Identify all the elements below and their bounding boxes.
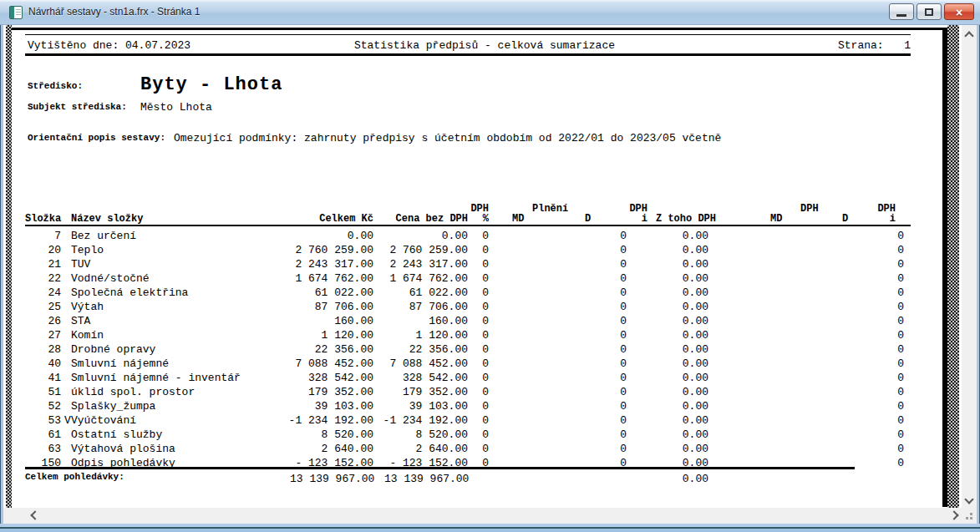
cell-d2 [759, 357, 842, 371]
stredisko-value: Byty - Lhota [140, 74, 282, 96]
cell-d1 [543, 328, 593, 342]
cell-d2 [759, 286, 842, 300]
cell-md2 [708, 286, 759, 300]
cell-celkem: 7 088 452.00 [280, 357, 373, 371]
cell-md1 [489, 314, 543, 328]
cell-i1: 0 [593, 243, 627, 257]
cell-cena: 0.00 [373, 229, 468, 243]
cell-i2: 0 [842, 286, 904, 300]
cell-d2 [759, 385, 842, 399]
minimize-button[interactable] [889, 3, 914, 20]
cell-code: 41 [25, 371, 61, 385]
cell-d1 [543, 229, 593, 243]
cell-code: 63 [25, 442, 61, 456]
page-number: 1 [886, 38, 911, 53]
cell-md2 [708, 271, 759, 286]
col-head-nazev: Název složky [71, 214, 143, 224]
page-margin-shade-right [947, 25, 959, 508]
cell-i1: 0 [593, 371, 627, 385]
cell-md2 [708, 328, 759, 342]
table-body: 7Bez určení0.000.00000.00020Teplo2 760 2… [25, 229, 904, 470]
col-head-d1: D [585, 214, 591, 224]
resize-grip[interactable] [962, 508, 977, 524]
cell-d2 [759, 328, 842, 342]
cell-flag [61, 271, 71, 286]
col-head-pct: % [464, 214, 489, 224]
cell-celkem: 61 022.00 [280, 286, 373, 300]
cell-md1 [489, 229, 543, 243]
col-head-celkem: Celkem Kč [290, 214, 373, 224]
subjekt-label: Subjekt střediska: [28, 102, 127, 113]
col-head-dph-mid-top: DPH [800, 204, 819, 214]
horizontal-scrollbar[interactable] [3, 508, 962, 524]
cell-md2 [708, 243, 759, 257]
vertical-scrollbar[interactable] [962, 25, 977, 508]
cell-name: Drobné opravy [71, 342, 280, 357]
cell-ztoho: 0.00 [627, 428, 708, 442]
table-row: 24Společná elektřina61 022.0061 022.0000… [25, 286, 904, 300]
cell-d2 [759, 428, 842, 442]
cell-ztoho: 0.00 [627, 442, 708, 456]
col-head-md1: MD [512, 214, 524, 224]
cell-md2 [708, 428, 759, 442]
restore-button[interactable] [917, 3, 942, 20]
rule-top [25, 34, 911, 35]
cell-i2: 0 [842, 357, 904, 371]
table-row: 22Vodné/stočné1 674 762.001 674 762.0000… [25, 271, 904, 286]
table-row: 26STA160.00160.00000.000 [25, 314, 904, 328]
cell-i2: 0 [842, 314, 904, 328]
cell-celkem: 160.00 [280, 314, 373, 328]
cell-celkem: 22 356.00 [280, 342, 373, 357]
cell-code: 61 [25, 428, 61, 442]
cell-name: Vodné/stočné [71, 271, 280, 286]
cell-cena: -1 234 192.00 [373, 413, 468, 428]
total-ztoho: 0.00 [625, 472, 708, 486]
cell-d1 [543, 428, 593, 442]
col-head-ztoho: Z toho DPH [656, 214, 716, 224]
cell-code: 52 [25, 399, 61, 413]
cell-pct: 0 [468, 271, 489, 286]
cell-d1 [543, 442, 593, 456]
cell-ztoho: 0.00 [627, 243, 708, 257]
cell-celkem: 2 243 317.00 [280, 257, 373, 271]
cell-d2 [759, 229, 842, 243]
cell-ztoho: 0.00 [627, 385, 708, 399]
cell-i2: 0 [842, 243, 904, 257]
close-icon: × [945, 5, 973, 20]
cell-ztoho: 0.00 [627, 229, 708, 243]
cell-flag [61, 300, 71, 314]
minimize-icon [896, 14, 906, 17]
stredisko-label: Středisko: [28, 81, 83, 92]
cell-md1 [489, 413, 543, 428]
cell-d1 [543, 286, 593, 300]
cell-md1 [489, 342, 543, 357]
cell-d2 [759, 314, 842, 328]
close-button[interactable]: × [944, 3, 974, 20]
cell-cena: 22 356.00 [373, 342, 468, 357]
cell-i2: 0 [842, 257, 904, 271]
cell-md2 [708, 314, 759, 328]
cell-d2 [759, 371, 842, 385]
cell-code: 7 [25, 229, 61, 243]
total-celkem: 13 139 967.00 [290, 472, 373, 486]
cell-flag [61, 328, 71, 342]
cell-i2: 0 [842, 442, 904, 456]
cell-i1: 0 [593, 357, 627, 371]
page-top-edge [12, 28, 942, 30]
title-bar[interactable]: Návrhář sestavy - stn1a.frx - Stránka 1 … [0, 0, 980, 25]
col-head-slozka: Složka [25, 214, 61, 224]
cell-pct: 0 [468, 399, 489, 413]
cell-pct: 0 [468, 314, 489, 328]
cell-i1: 0 [593, 229, 627, 243]
cell-flag [61, 229, 71, 243]
cell-cena: 1 674 762.00 [373, 271, 468, 286]
cell-flag: V [61, 413, 71, 428]
cell-ztoho: 0.00 [627, 257, 708, 271]
cell-cena: 7 088 452.00 [373, 357, 468, 371]
printed-date: Vytištěno dne: 04.07.2023 [28, 38, 190, 53]
cell-name: Teplo [71, 243, 280, 257]
rule-columns [25, 225, 911, 226]
cell-celkem: 1 674 762.00 [280, 271, 373, 286]
cell-md1 [489, 357, 543, 371]
cell-d2 [759, 342, 842, 357]
